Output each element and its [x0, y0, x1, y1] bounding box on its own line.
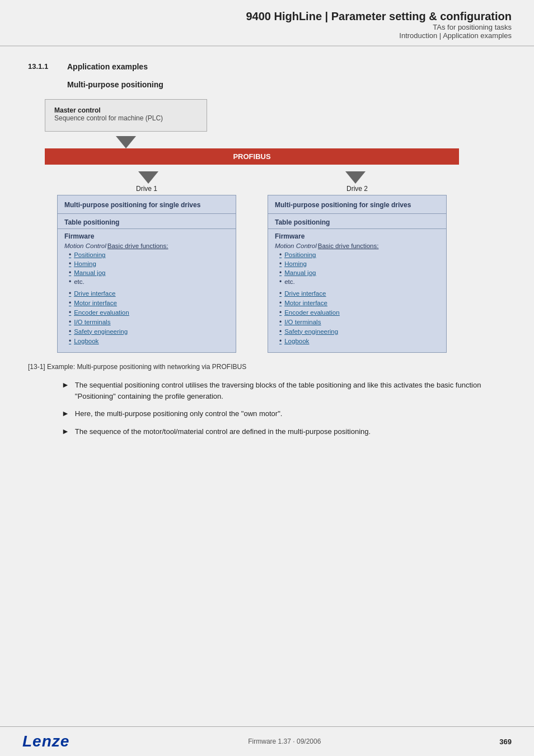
main-content: 13.1.1 Application examples Multi-purpos…: [0, 46, 534, 594]
list-item[interactable]: Logbook: [69, 336, 229, 346]
header-sub1: TAs for positioning tasks: [22, 23, 512, 31]
bp-arrow-icon: ►: [62, 380, 69, 389]
list-item[interactable]: Safety engineering: [279, 326, 439, 336]
lenze-logo: Lenze: [22, 732, 69, 750]
bp-arrow-icon: ►: [62, 409, 69, 418]
list-item[interactable]: Homing: [279, 259, 439, 268]
section-title-row: 13.1.1 Application examples: [28, 62, 506, 71]
bp-item-2: ► Here, the multi-purpose positioning on…: [62, 408, 506, 419]
list-item[interactable]: Positioning: [69, 250, 229, 259]
drive2-box: Multi-purpose positioning for single dri…: [268, 195, 447, 353]
section-number: 13.1.1: [28, 62, 67, 71]
list-item[interactable]: Encoder evaluation: [279, 307, 439, 317]
list-item[interactable]: Homing: [69, 259, 229, 268]
drive1-multi-section: Multi-purpose positioning for single dri…: [58, 195, 236, 214]
drive2-firmware-title: Firmware: [275, 232, 439, 240]
drive1-list1: Positioning Homing Manual jog etc.: [69, 250, 229, 286]
drive1-arrow-col: [45, 165, 252, 185]
master-box-title: Master control: [54, 106, 198, 114]
list-item[interactable]: Manual jog: [279, 268, 439, 277]
drive2-table-title: Table positioning: [275, 218, 439, 226]
list-item-etc: etc.: [69, 277, 229, 286]
drive1-label: Drive 1: [136, 185, 157, 193]
drive2-col: Drive 2 Multi-purpose positioning for si…: [255, 185, 459, 353]
drive2-basic-label: Basic drive functions:: [318, 242, 379, 249]
bp-item-3: ► The sequence of the motor/tool/materia…: [62, 426, 506, 437]
list-item[interactable]: Motor interface: [279, 298, 439, 307]
list-item-etc: etc.: [279, 277, 439, 286]
page-header: 9400 HighLine | Parameter setting & conf…: [0, 0, 534, 46]
profibus-arrows-row: [45, 165, 459, 185]
page-footer: Lenze Firmware 1.37 · 09/2006 369: [0, 726, 534, 756]
section-title: Application examples: [67, 62, 148, 71]
list-item[interactable]: Drive interface: [69, 288, 229, 298]
list-item[interactable]: Motor interface: [69, 298, 229, 307]
footer-page-number: 369: [499, 738, 512, 746]
header-title: 9400 HighLine | Parameter setting & conf…: [22, 10, 512, 23]
drive1-basic-label: Basic drive functions:: [107, 242, 168, 249]
master-arrow: [45, 132, 207, 148]
drive1-col: Drive 1 Multi-purpose positioning for si…: [45, 185, 249, 353]
drive1-list2: Drive interface Motor interface Encoder …: [69, 288, 229, 346]
drive2-multi-section: Multi-purpose positioning for single dri…: [268, 195, 446, 214]
list-item[interactable]: Logbook: [279, 336, 439, 346]
sub-title: Multi-purpose positioning: [67, 80, 506, 89]
drive2-list2: Drive interface Motor interface Encoder …: [279, 288, 439, 346]
list-item[interactable]: Positioning: [279, 250, 439, 259]
drive1-arrow-icon: [138, 171, 158, 184]
drive2-motion-italic: Motion Control: [275, 242, 317, 249]
drive1-firmware-row: Motion Control Basic drive functions:: [64, 242, 229, 249]
fig-caption: [13-1] Example: Multi-purpose positionin…: [28, 363, 506, 371]
drive1-firmware-title: Firmware: [64, 232, 229, 240]
list-item[interactable]: Drive interface: [279, 288, 439, 298]
drive1-table-section: Table positioning: [58, 214, 236, 229]
drive2-list1: Positioning Homing Manual jog etc.: [279, 250, 439, 286]
bp-text-1: The sequential positioning control utili…: [75, 380, 506, 402]
bp-text-3: The sequence of the motor/tool/material …: [75, 426, 371, 437]
drive2-table-section: Table positioning: [268, 214, 446, 229]
list-item[interactable]: I/O terminals: [69, 317, 229, 326]
header-sub2: Introduction | Application examples: [22, 31, 512, 40]
drives-row: Drive 1 Multi-purpose positioning for si…: [45, 185, 459, 353]
bullet-points: ► The sequential positioning control uti…: [62, 380, 506, 437]
bp-item-1: ► The sequential positioning control uti…: [62, 380, 506, 402]
drive2-arrow-col: [252, 165, 459, 185]
drive1-multi-title: Multi-purpose positioning for single dri…: [64, 201, 229, 209]
drive2-multi-title: Multi-purpose positioning for single dri…: [275, 201, 439, 209]
drive1-motion-italic: Motion Control: [64, 242, 106, 249]
bp-arrow-icon: ►: [62, 427, 69, 436]
arrow-down-icon: [116, 136, 136, 148]
diagram: Master control Sequence control for mach…: [45, 99, 506, 353]
drive1-firmware-section: Firmware Motion Control Basic drive func…: [58, 229, 236, 348]
list-item[interactable]: I/O terminals: [279, 317, 439, 326]
drive2-label: Drive 2: [346, 185, 368, 193]
master-control-box: Master control Sequence control for mach…: [45, 99, 207, 132]
bp-text-2: Here, the multi-purpose positioning only…: [75, 408, 283, 419]
drive1-box: Multi-purpose positioning for single dri…: [57, 195, 236, 353]
footer-firmware: Firmware 1.37 · 09/2006: [248, 738, 321, 745]
profibus-bar: PROFIBUS: [45, 148, 459, 165]
master-box-sub: Sequence control for machine (PLC): [54, 114, 198, 122]
drive2-arrow-icon: [345, 171, 366, 184]
list-item[interactable]: Safety engineering: [69, 326, 229, 336]
drive1-table-title: Table positioning: [64, 218, 229, 226]
list-item[interactable]: Encoder evaluation: [69, 307, 229, 317]
list-item[interactable]: Manual jog: [69, 268, 229, 277]
drive2-firmware-row: Motion Control Basic drive functions:: [275, 242, 439, 249]
drive2-firmware-section: Firmware Motion Control Basic drive func…: [268, 229, 446, 348]
